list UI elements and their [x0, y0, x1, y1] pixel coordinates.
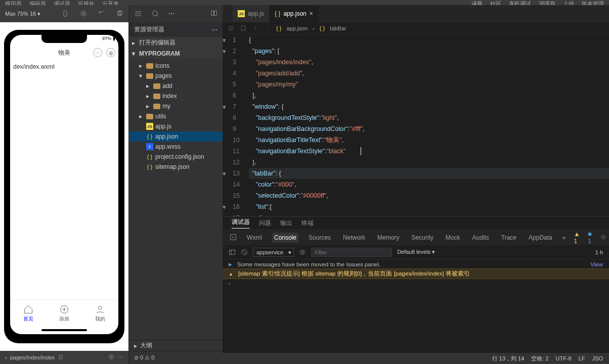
devtools-tab[interactable]: Memory	[375, 233, 401, 243]
tree-item[interactable]: { }project.config.json	[129, 152, 223, 162]
menu-item[interactable]: 编辑器	[29, 0, 46, 5]
zoom-label[interactable]: Max 75% 16 ▾	[5, 11, 40, 17]
tab-home[interactable]: 首页	[10, 300, 46, 327]
devtools-tab[interactable]: Security	[409, 233, 435, 243]
encoding-status[interactable]: UTF-8	[556, 355, 572, 361]
cursor-pos[interactable]: 行 13，列 14	[492, 355, 525, 362]
devtools-tab[interactable]: Trace	[499, 233, 518, 243]
tree-item[interactable]: ▸my	[129, 101, 223, 111]
page-content[interactable]: dex/index.wxml	[10, 60, 118, 299]
menu-item[interactable]: 版本管理	[582, 0, 604, 5]
device-icon[interactable]	[62, 10, 69, 17]
tab-bar: 首页 添加 我的	[10, 299, 118, 327]
crumb-file[interactable]: app.json	[286, 25, 308, 31]
eol-status[interactable]: LF	[579, 355, 585, 361]
split-icon[interactable]	[210, 10, 218, 17]
console-log-warn: [sitemap 索引情况提示] 根据 sitemap 的规则[0]，当前页面 …	[223, 268, 609, 279]
editor-tabs: JSapp.js{ }app.json×	[223, 5, 609, 22]
footer-path: pages/index/index	[10, 354, 55, 360]
eye-icon[interactable]	[108, 353, 115, 360]
sidebar-toggle-icon[interactable]	[229, 249, 236, 256]
more-icon[interactable]: ⋯	[211, 26, 218, 33]
tree-item[interactable]: ≡app.wxss	[129, 142, 223, 152]
capsule-more-icon[interactable]: ⋯	[93, 48, 102, 57]
tree-item[interactable]: { }app.json	[129, 131, 223, 142]
levels-select[interactable]: Default levels ▾	[397, 249, 435, 255]
devtools-tab[interactable]: Audits	[470, 233, 491, 243]
console-log-info: Some messages have been moved to the Iss…	[223, 260, 609, 268]
bookmark-icon[interactable]	[240, 25, 247, 32]
open-editors-header[interactable]: ▸打开的编辑器	[129, 37, 223, 49]
lang-status[interactable]: JSO	[592, 355, 603, 361]
outline-header[interactable]: ▸大纲	[129, 340, 223, 351]
code-editor[interactable]: ▾▾▾▾▾▾1234567891011121314151617{ "pages"…	[223, 34, 609, 216]
editor-tab[interactable]: JSapp.js	[233, 5, 270, 22]
close-tab-icon[interactable]: ×	[310, 10, 313, 17]
menu-icon[interactable]	[134, 10, 142, 18]
menu-item[interactable]: 模拟器	[5, 0, 22, 5]
copy-path-icon[interactable]	[58, 354, 65, 361]
tab-add[interactable]: 添加	[46, 300, 82, 327]
warn-badge[interactable]: ▲ 1	[574, 231, 580, 245]
copy-icon[interactable]	[116, 10, 123, 17]
menu-item[interactable]: 清缓存	[539, 0, 555, 5]
list-icon[interactable]	[228, 25, 235, 32]
info-badge[interactable]: ■ 1	[588, 231, 591, 245]
eye-icon[interactable]	[299, 249, 306, 256]
devtools-tab[interactable]: AppData	[527, 233, 554, 243]
forward-icon[interactable]	[264, 25, 271, 32]
menu-item[interactable]: 真机调试	[509, 0, 531, 5]
menu-item[interactable]: 上传	[563, 0, 574, 5]
menu-item[interactable]: 可视化	[78, 0, 95, 5]
editor-tab[interactable]: { }app.json×	[270, 5, 319, 22]
simulator-toolbar: Max 75% 16 ▾	[0, 5, 128, 22]
indent-status[interactable]: 空格: 2	[531, 355, 548, 362]
more-icon[interactable]: ⋯	[118, 354, 123, 361]
home-icon	[23, 304, 33, 314]
console-prompt[interactable]: ›	[223, 279, 609, 287]
back-icon[interactable]	[252, 25, 259, 32]
panel-tab[interactable]: 问题	[259, 219, 271, 228]
view-link[interactable]: View	[590, 261, 603, 267]
console-toolbar: appservice▾ Default levels ▾ 1 h	[223, 245, 609, 259]
context-select[interactable]: appservice▾	[253, 248, 294, 257]
app-nav-bar: 物美 ⋯ ◎	[10, 45, 118, 60]
gear-icon[interactable]	[600, 234, 607, 242]
more-tabs-icon[interactable]: »	[562, 234, 566, 241]
panel-tab[interactable]: 输出	[280, 219, 292, 228]
crumb-key[interactable]: tabBar	[330, 25, 346, 31]
filter-input[interactable]	[311, 248, 392, 257]
tree-item[interactable]: ▸add	[129, 81, 223, 91]
menu-item[interactable]: 社区	[490, 0, 501, 5]
devtools-tab[interactable]: Sources	[307, 233, 333, 243]
devtools-tab[interactable]: Network	[341, 233, 367, 243]
capsule-close-icon[interactable]: ◎	[106, 48, 115, 57]
home-indicator	[41, 329, 87, 331]
menu-item[interactable]: 调试器	[54, 0, 70, 5]
record-icon[interactable]	[80, 10, 87, 17]
tab-my[interactable]: 我的	[82, 300, 118, 327]
menu-item[interactable]: 云开发	[102, 0, 119, 5]
clear-icon[interactable]	[241, 249, 248, 256]
tree-item[interactable]: ▸icons	[129, 61, 223, 71]
tree-item[interactable]: { }sitemap.json	[129, 162, 223, 172]
menu-item[interactable]: 译释	[471, 0, 483, 5]
devtools-tab[interactable]: Console	[272, 233, 298, 243]
panel-tab[interactable]: 终端	[301, 219, 314, 228]
panel-tab[interactable]: 调试器	[232, 218, 250, 229]
svg-point-1	[81, 11, 85, 16]
tree-item[interactable]: ▾pages	[129, 71, 223, 81]
refresh-icon[interactable]	[98, 10, 105, 17]
devtools-tab[interactable]: Mock	[444, 233, 462, 243]
inspect-icon[interactable]	[230, 234, 237, 242]
tree-item[interactable]: ▸utils	[129, 111, 223, 121]
more-icon[interactable]: ⋯	[168, 10, 175, 17]
search-icon[interactable]	[151, 10, 159, 18]
svg-point-16	[301, 251, 303, 253]
tree-item[interactable]: ▸index	[129, 91, 223, 101]
project-header[interactable]: ▾MYPROGRAM	[129, 49, 223, 59]
tree-item[interactable]: JSapp.js	[129, 121, 223, 131]
svg-point-6	[99, 306, 102, 309]
console-output[interactable]: Some messages have been moved to the Iss…	[223, 259, 609, 353]
devtools-tab[interactable]: Wxml	[245, 233, 264, 243]
